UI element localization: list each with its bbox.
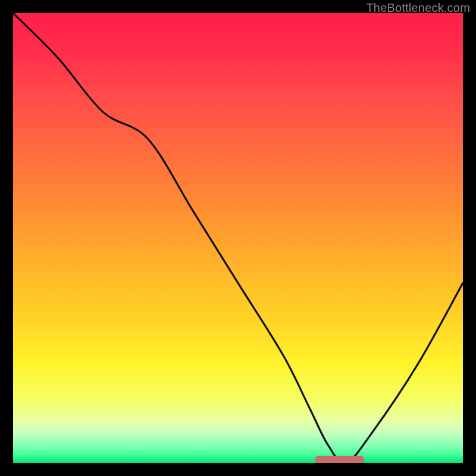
curve-path: [13, 13, 463, 463]
chart-frame: [13, 13, 463, 463]
optimal-range-marker: [315, 456, 364, 463]
bottleneck-curve: [13, 13, 463, 463]
